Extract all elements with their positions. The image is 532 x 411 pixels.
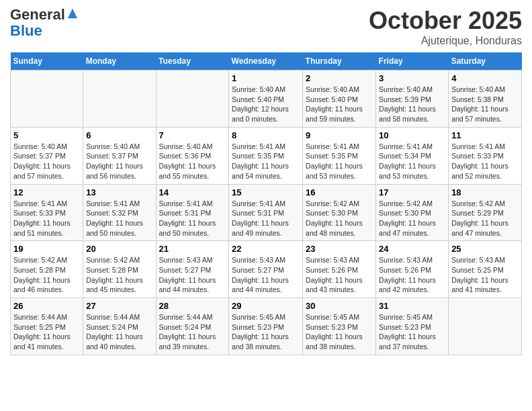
calendar-cell <box>156 71 229 128</box>
calendar-cell: 29Sunrise: 5:45 AM Sunset: 5:23 PM Dayli… <box>229 298 303 355</box>
day-number: 8 <box>232 130 300 140</box>
calendar-cell: 21Sunrise: 5:43 AM Sunset: 5:27 PM Dayli… <box>156 241 229 298</box>
day-number: 29 <box>232 301 300 311</box>
day-number: 27 <box>86 301 152 311</box>
day-number: 30 <box>306 301 373 311</box>
day-info: Sunrise: 5:40 AM Sunset: 5:36 PM Dayligh… <box>159 142 226 181</box>
day-number: 11 <box>451 130 519 140</box>
header: General Blue October 2025 Ajuterique, Ho… <box>10 7 522 47</box>
day-info: Sunrise: 5:41 AM Sunset: 5:31 PM Dayligh… <box>232 199 300 238</box>
day-info: Sunrise: 5:41 AM Sunset: 5:35 PM Dayligh… <box>232 142 300 181</box>
day-number: 5 <box>13 130 80 140</box>
day-number: 25 <box>451 244 519 254</box>
day-number: 7 <box>159 130 226 140</box>
calendar-cell: 1Sunrise: 5:40 AM Sunset: 5:40 PM Daylig… <box>229 71 303 128</box>
day-number: 15 <box>232 187 300 197</box>
calendar-header: Sunday Monday Tuesday Wednesday Thursday… <box>11 52 522 71</box>
calendar-week-1: 1Sunrise: 5:40 AM Sunset: 5:40 PM Daylig… <box>11 71 522 128</box>
calendar-cell: 10Sunrise: 5:41 AM Sunset: 5:34 PM Dayli… <box>376 127 449 184</box>
calendar-cell: 4Sunrise: 5:40 AM Sunset: 5:38 PM Daylig… <box>449 71 522 128</box>
day-info: Sunrise: 5:40 AM Sunset: 5:37 PM Dayligh… <box>86 142 152 181</box>
day-number: 16 <box>306 187 373 197</box>
svg-marker-0 <box>68 9 77 18</box>
day-info: Sunrise: 5:40 AM Sunset: 5:40 PM Dayligh… <box>232 85 300 124</box>
day-number: 31 <box>379 301 445 311</box>
day-info: Sunrise: 5:43 AM Sunset: 5:27 PM Dayligh… <box>159 255 226 295</box>
day-info: Sunrise: 5:41 AM Sunset: 5:34 PM Dayligh… <box>379 142 445 181</box>
header-friday: Friday <box>376 52 449 71</box>
day-number: 1 <box>232 73 300 83</box>
day-number: 10 <box>379 130 445 140</box>
day-number: 28 <box>159 301 226 311</box>
calendar-cell: 13Sunrise: 5:41 AM Sunset: 5:32 PM Dayli… <box>83 184 156 241</box>
day-info: Sunrise: 5:45 AM Sunset: 5:23 PM Dayligh… <box>306 312 373 352</box>
day-number: 24 <box>379 244 445 254</box>
day-number: 2 <box>306 73 373 83</box>
calendar-cell: 22Sunrise: 5:43 AM Sunset: 5:27 PM Dayli… <box>229 241 303 298</box>
calendar-cell: 24Sunrise: 5:43 AM Sunset: 5:26 PM Dayli… <box>376 241 449 298</box>
day-number: 19 <box>13 244 80 254</box>
calendar-cell: 12Sunrise: 5:41 AM Sunset: 5:33 PM Dayli… <box>11 184 83 241</box>
day-info: Sunrise: 5:44 AM Sunset: 5:24 PM Dayligh… <box>86 312 152 352</box>
calendar-body: 1Sunrise: 5:40 AM Sunset: 5:40 PM Daylig… <box>11 71 522 355</box>
day-number: 22 <box>232 244 300 254</box>
month-title: October 2025 <box>369 7 522 35</box>
day-number: 17 <box>379 187 445 197</box>
header-saturday: Saturday <box>449 52 522 71</box>
calendar-week-4: 19Sunrise: 5:42 AM Sunset: 5:28 PM Dayli… <box>11 241 522 298</box>
calendar-cell: 26Sunrise: 5:44 AM Sunset: 5:25 PM Dayli… <box>11 298 83 355</box>
logo: General Blue <box>10 7 79 39</box>
location-subtitle: Ajuterique, Honduras <box>369 35 522 47</box>
day-info: Sunrise: 5:40 AM Sunset: 5:40 PM Dayligh… <box>306 85 373 124</box>
day-info: Sunrise: 5:40 AM Sunset: 5:37 PM Dayligh… <box>13 142 80 181</box>
day-number: 26 <box>13 301 80 311</box>
calendar-cell <box>449 298 522 355</box>
day-info: Sunrise: 5:43 AM Sunset: 5:26 PM Dayligh… <box>379 255 445 295</box>
day-info: Sunrise: 5:42 AM Sunset: 5:28 PM Dayligh… <box>13 255 80 295</box>
title-block: October 2025 Ajuterique, Honduras <box>369 7 522 47</box>
day-number: 21 <box>159 244 226 254</box>
day-number: 4 <box>451 73 519 83</box>
calendar-cell: 9Sunrise: 5:41 AM Sunset: 5:35 PM Daylig… <box>303 127 376 184</box>
header-monday: Monday <box>83 52 156 71</box>
day-number: 12 <box>13 187 80 197</box>
calendar-cell: 11Sunrise: 5:41 AM Sunset: 5:33 PM Dayli… <box>449 127 522 184</box>
day-info: Sunrise: 5:41 AM Sunset: 5:33 PM Dayligh… <box>13 199 80 238</box>
day-info: Sunrise: 5:45 AM Sunset: 5:23 PM Dayligh… <box>232 312 300 352</box>
calendar-cell: 2Sunrise: 5:40 AM Sunset: 5:40 PM Daylig… <box>303 71 376 128</box>
day-number: 23 <box>306 244 373 254</box>
logo-general-text: General <box>10 6 65 23</box>
calendar-cell: 31Sunrise: 5:45 AM Sunset: 5:23 PM Dayli… <box>376 298 449 355</box>
day-info: Sunrise: 5:41 AM Sunset: 5:33 PM Dayligh… <box>451 142 519 181</box>
day-info: Sunrise: 5:45 AM Sunset: 5:23 PM Dayligh… <box>379 312 445 352</box>
calendar-cell: 7Sunrise: 5:40 AM Sunset: 5:36 PM Daylig… <box>156 127 229 184</box>
calendar-cell: 18Sunrise: 5:42 AM Sunset: 5:29 PM Dayli… <box>449 184 522 241</box>
logo-icon <box>66 7 79 19</box>
calendar-table: Sunday Monday Tuesday Wednesday Thursday… <box>10 52 522 355</box>
day-number: 3 <box>379 73 445 83</box>
day-number: 6 <box>86 130 152 140</box>
calendar-cell: 14Sunrise: 5:41 AM Sunset: 5:31 PM Dayli… <box>156 184 229 241</box>
calendar-cell <box>11 71 83 128</box>
day-info: Sunrise: 5:42 AM Sunset: 5:29 PM Dayligh… <box>451 199 519 238</box>
calendar-cell: 17Sunrise: 5:42 AM Sunset: 5:30 PM Dayli… <box>376 184 449 241</box>
calendar-cell: 3Sunrise: 5:40 AM Sunset: 5:39 PM Daylig… <box>376 71 449 128</box>
calendar-cell <box>83 71 156 128</box>
day-info: Sunrise: 5:44 AM Sunset: 5:25 PM Dayligh… <box>13 312 80 352</box>
day-info: Sunrise: 5:43 AM Sunset: 5:26 PM Dayligh… <box>306 255 373 295</box>
calendar-cell: 19Sunrise: 5:42 AM Sunset: 5:28 PM Dayli… <box>11 241 83 298</box>
calendar-cell: 30Sunrise: 5:45 AM Sunset: 5:23 PM Dayli… <box>303 298 376 355</box>
day-info: Sunrise: 5:42 AM Sunset: 5:30 PM Dayligh… <box>379 199 445 238</box>
calendar-week-2: 5Sunrise: 5:40 AM Sunset: 5:37 PM Daylig… <box>11 127 522 184</box>
calendar-cell: 16Sunrise: 5:42 AM Sunset: 5:30 PM Dayli… <box>303 184 376 241</box>
day-info: Sunrise: 5:41 AM Sunset: 5:32 PM Dayligh… <box>86 199 152 238</box>
day-info: Sunrise: 5:42 AM Sunset: 5:30 PM Dayligh… <box>306 199 373 238</box>
header-row: Sunday Monday Tuesday Wednesday Thursday… <box>11 52 522 71</box>
header-wednesday: Wednesday <box>229 52 303 71</box>
calendar-cell: 15Sunrise: 5:41 AM Sunset: 5:31 PM Dayli… <box>229 184 303 241</box>
calendar-cell: 25Sunrise: 5:43 AM Sunset: 5:25 PM Dayli… <box>449 241 522 298</box>
calendar-week-5: 26Sunrise: 5:44 AM Sunset: 5:25 PM Dayli… <box>11 298 522 355</box>
day-info: Sunrise: 5:41 AM Sunset: 5:31 PM Dayligh… <box>159 199 226 238</box>
calendar-cell: 20Sunrise: 5:42 AM Sunset: 5:28 PM Dayli… <box>83 241 156 298</box>
page-container: General Blue October 2025 Ajuterique, Ho… <box>0 0 532 362</box>
